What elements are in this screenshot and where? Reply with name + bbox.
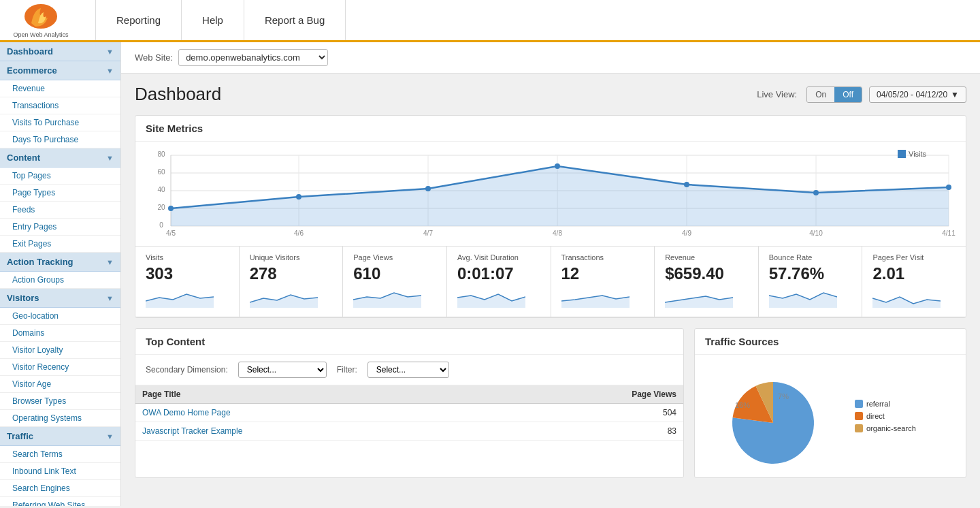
organic-search-label: organic-search: [866, 424, 916, 432]
website-select[interactable]: demo.openwebanalytics.com: [178, 49, 328, 66]
sidebar-item-top-pages[interactable]: Top Pages: [0, 168, 120, 185]
website-label: Web Site:: [135, 52, 173, 63]
website-bar: Web Site: demo.openwebanalytics.com: [121, 42, 980, 74]
page-title-link-2[interactable]: Javascript Tracker Example: [142, 426, 242, 436]
sidebar-item-search-engines[interactable]: Search Engines: [0, 480, 120, 497]
sidebar-item-entry-pages[interactable]: Entry Pages: [0, 219, 120, 236]
sidebar-section-action-tracking[interactable]: Action Tracking ▼: [0, 253, 120, 272]
dashboard-controls: Live View: On Off 04/05/20 - 04/12/20 ▼: [757, 86, 966, 103]
live-view-buttons: On Off: [806, 86, 862, 103]
sidebar-item-exit-pages[interactable]: Exit Pages: [0, 236, 120, 253]
svg-point-22: [555, 163, 560, 169]
sidebar-item-search-terms[interactable]: Search Terms: [0, 446, 120, 463]
unique-visitors-sparkline: [250, 287, 318, 308]
svg-marker-35: [146, 294, 214, 308]
sidebar-item-visitor-recency[interactable]: Visitor Recency: [0, 359, 120, 376]
sidebar-item-page-types[interactable]: Page Types: [0, 185, 120, 202]
svg-marker-41: [769, 293, 837, 308]
sidebar-section-traffic[interactable]: Traffic ▼: [0, 427, 120, 446]
live-view-on-button[interactable]: On: [807, 87, 834, 102]
secondary-dim-label: Secondary Dimension:: [146, 365, 228, 375]
logo-icon: [23, 3, 59, 30]
referral-color: [855, 400, 863, 408]
page-views-label: Page Views: [353, 253, 436, 261]
sidebar-item-transactions[interactable]: Transactions: [0, 97, 120, 114]
sidebar-item-action-groups[interactable]: Action Groups: [0, 272, 120, 289]
sidebar-section-visitors[interactable]: Visitors ▼: [0, 289, 120, 308]
table-row: Javascript Tracker Example 83: [135, 422, 683, 441]
visits-sparkline: [146, 287, 214, 308]
svg-marker-38: [457, 294, 525, 308]
date-range-button[interactable]: 04/05/20 - 04/12/20 ▼: [869, 86, 966, 103]
sidebar-item-visits-to-purchase[interactable]: Visits To Purchase: [0, 114, 120, 131]
legend-item-direct: direct: [855, 412, 916, 420]
nav-help[interactable]: Help: [182, 0, 244, 40]
traffic-sources-pie: 7% 16%: [705, 362, 841, 471]
secondary-dimension-select[interactable]: Select...: [238, 362, 327, 378]
sidebar-item-geo-location[interactable]: Geo-location: [0, 308, 120, 325]
date-range-arrow-icon: ▼: [951, 90, 959, 99]
svg-marker-18: [171, 166, 949, 226]
content-area: Web Site: demo.openwebanalytics.com Dash…: [121, 42, 980, 506]
svg-text:0: 0: [159, 221, 163, 229]
page-title-cell: Javascript Tracker Example: [135, 422, 497, 441]
legend-item-referral: referral: [855, 400, 916, 408]
sidebar-item-operating-systems[interactable]: Operating Systems: [0, 410, 120, 427]
col-page-views: Page Views: [497, 385, 683, 404]
svg-point-25: [946, 185, 951, 190]
transactions-label: Transactions: [561, 253, 644, 261]
traffic-sources-inner: 7% 16% referral direct: [695, 355, 966, 477]
nav-reporting[interactable]: Reporting: [95, 0, 182, 40]
transactions-value: 12: [561, 264, 644, 283]
sidebar-item-visitor-loyalty[interactable]: Visitor Loyalty: [0, 342, 120, 359]
bounce-rate-value: 57.76%: [769, 264, 852, 283]
metrics-cards: Visits 303 Unique Visitors 278: [135, 246, 966, 317]
sidebar-section-ecommerce[interactable]: Ecommerce ▼: [0, 61, 120, 80]
nav-report-bug[interactable]: Report a Bug: [244, 0, 346, 40]
live-view-off-button[interactable]: Off: [834, 87, 862, 102]
sidebar: Dashboard ▼ Ecommerce ▼ Revenue Transact…: [0, 42, 121, 506]
ecommerce-arrow-icon: ▼: [106, 67, 114, 75]
dashboard-arrow-icon: ▼: [106, 48, 114, 56]
svg-point-21: [425, 186, 431, 191]
metric-card-unique-visitors: Unique Visitors 278: [240, 247, 344, 317]
metric-card-pages-per-visit: Pages Per Visit 2.01: [862, 247, 966, 317]
pie-legend: referral direct organic-search: [855, 400, 916, 432]
sidebar-item-browser-types[interactable]: Browser Types: [0, 393, 120, 410]
logo-text: Open Web Analytics: [14, 31, 69, 38]
sidebar-item-domains[interactable]: Domains: [0, 325, 120, 342]
live-view-label: Live View:: [757, 89, 797, 99]
svg-point-19: [168, 206, 174, 211]
sidebar-section-dashboard[interactable]: Dashboard ▼: [0, 42, 120, 61]
action-tracking-arrow-icon: ▼: [106, 258, 114, 266]
date-range-text: 04/05/20 - 04/12/20: [877, 90, 947, 99]
metric-card-bounce-rate: Bounce Rate 57.76%: [759, 247, 863, 317]
page-views-cell-1: 504: [497, 404, 683, 422]
table-header-row: Page Title Page Views: [135, 385, 683, 404]
svg-text:4/9: 4/9: [682, 229, 691, 237]
sidebar-item-visitor-age[interactable]: Visitor Age: [0, 376, 120, 393]
sidebar-item-revenue[interactable]: Revenue: [0, 80, 120, 97]
sidebar-item-inbound-link-text[interactable]: Inbound Link Text: [0, 463, 120, 480]
filter-select[interactable]: Select...: [368, 362, 449, 378]
svg-text:40: 40: [157, 186, 165, 193]
sidebar-item-days-to-purchase[interactable]: Days To Purchase: [0, 131, 120, 148]
legend-item-organic-search: organic-search: [855, 424, 916, 432]
secondary-dim-bar: Secondary Dimension: Select... Filter: S…: [135, 355, 683, 385]
svg-text:4/8: 4/8: [553, 229, 562, 237]
avg-visit-duration-label: Avg. Visit Duration: [457, 253, 540, 261]
sidebar-item-feeds[interactable]: Feeds: [0, 202, 120, 219]
svg-text:4/6: 4/6: [294, 229, 304, 237]
svg-text:4/7: 4/7: [423, 229, 433, 237]
revenue-label: Revenue: [665, 253, 748, 261]
svg-text:60: 60: [157, 168, 165, 176]
site-metrics: Site Metrics 80 60 40 20 0: [135, 115, 966, 318]
filter-label: Filter:: [337, 365, 357, 375]
sidebar-section-content[interactable]: Content ▼: [0, 148, 120, 168]
logo-area: Open Web Analytics: [7, 3, 75, 38]
metric-card-revenue: Revenue $659.40: [655, 247, 759, 317]
site-metrics-header: Site Metrics: [135, 116, 966, 142]
page-title-link-1[interactable]: OWA Demo Home Page: [142, 408, 231, 417]
sidebar-item-referring-web-sites[interactable]: Referring Web Sites: [0, 497, 120, 506]
svg-marker-39: [561, 296, 630, 308]
